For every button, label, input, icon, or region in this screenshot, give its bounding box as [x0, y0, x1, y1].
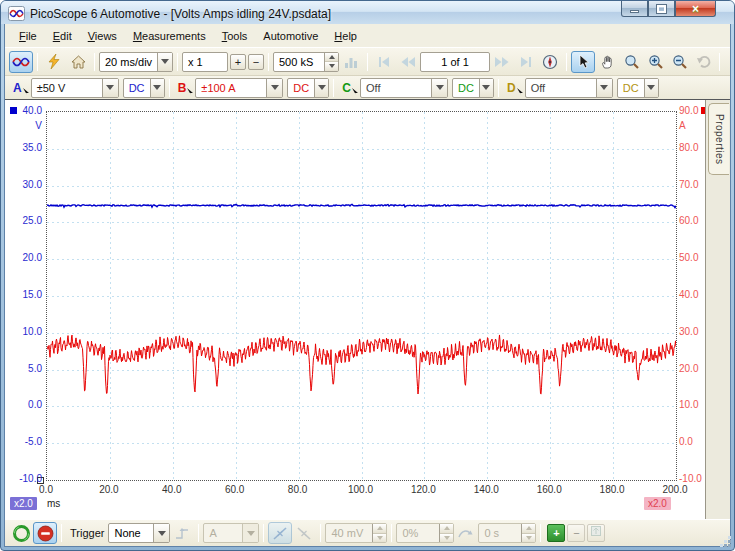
trigger-delay-spinner: 0 s — [478, 523, 536, 543]
y-right-tick: 60.0 — [679, 214, 705, 227]
trigger-threshold-spinner: 40 mV — [325, 523, 387, 543]
cursor-tool-button[interactable] — [571, 51, 595, 73]
chevron-down-icon[interactable] — [479, 79, 493, 97]
right-axis-zoom-badge[interactable]: x2.0 — [644, 497, 671, 510]
y-left-tick: 25.0 — [5, 214, 42, 227]
menu-measurements[interactable]: Measurements — [125, 27, 214, 45]
close-button[interactable]: × — [675, 1, 716, 17]
menu-bar: FileEditViewsMeasurementsToolsAutomotive… — [5, 24, 730, 48]
channel-a-menu[interactable]: A — [13, 81, 29, 95]
connect-device-button[interactable] — [42, 51, 66, 73]
zoom-in-button[interactable] — [643, 51, 667, 73]
trigger-marker-button — [170, 522, 194, 544]
buffer-position-field[interactable]: 1 of 1 — [420, 52, 490, 72]
stop-button[interactable] — [33, 522, 57, 544]
channel-toolbar: A ±50 V DC B ±100 A DC — [5, 76, 730, 100]
chevron-down-icon[interactable] — [596, 79, 612, 97]
buffer-first-icon — [377, 56, 391, 68]
home-button[interactable] — [66, 51, 90, 73]
channel-c-range: Off — [361, 79, 431, 97]
samples-up-button[interactable] — [325, 53, 338, 63]
y-right-tick: 20.0 — [679, 362, 705, 375]
left-axis-zoom-badge[interactable]: x2.0 — [10, 497, 37, 510]
chevron-down-icon — [242, 524, 258, 542]
chevron-down-icon[interactable] — [153, 524, 169, 542]
zoom-out-icon — [672, 54, 687, 69]
channel-a-coupling-select[interactable]: DC — [123, 78, 165, 98]
timebase-select[interactable]: 20 ms/div — [99, 52, 173, 72]
go-icon — [13, 525, 30, 542]
cursor-arrow-icon — [517, 88, 523, 95]
zoom-overview-button[interactable] — [724, 51, 731, 73]
channel-b-menu[interactable]: B — [178, 81, 194, 95]
zoom-factor-plus-button[interactable]: + — [230, 54, 246, 70]
x-tick: 80.0 — [276, 483, 320, 496]
x-tick: 200.0 — [653, 483, 697, 496]
add-view-button[interactable]: + — [547, 524, 565, 542]
y-left-tick: 5.0 — [5, 362, 42, 375]
channel-c-coupling-select[interactable]: DC — [452, 78, 494, 98]
zoom-out-button[interactable] — [667, 51, 691, 73]
samples-spinner[interactable]: 500 kS — [273, 52, 339, 72]
cursor-arrow-icon — [187, 88, 193, 95]
x-tick: 120.0 — [401, 483, 445, 496]
menu-help[interactable]: Help — [326, 27, 365, 45]
scope-view-button[interactable] — [9, 51, 33, 73]
channel-b-coupling: DC — [288, 79, 314, 97]
y-left-tick: 15.0 — [5, 288, 42, 301]
channel-d-coupling-select[interactable]: DC — [617, 78, 659, 98]
title-bar[interactable]: PicoScope 6 Automotive - [Volts Amps idl… — [1, 1, 734, 24]
channel-b-range-select[interactable]: ±100 A — [195, 78, 283, 98]
y-left-tick: 20.0 — [5, 251, 42, 264]
channel-d-menu[interactable]: D — [507, 81, 523, 95]
chart-area: V A ms x2.0 x2.0 40.035.030.025.020.015.… — [5, 100, 705, 519]
y-left-tick: 35.0 — [5, 141, 42, 154]
zoom-in-icon — [648, 54, 663, 69]
x-tick: 140.0 — [464, 483, 508, 496]
trigger-mode-select[interactable]: None — [108, 523, 170, 543]
zoom-marquee-button[interactable] — [619, 51, 643, 73]
chevron-down-icon[interactable] — [314, 79, 328, 97]
properties-strip: Properties — [705, 100, 730, 519]
app-window: PicoScope 6 Automotive - [Volts Amps idl… — [0, 0, 735, 551]
chevron-down-icon[interactable] — [102, 79, 118, 97]
hand-tool-button[interactable] — [595, 51, 619, 73]
tab-properties[interactable]: Properties — [708, 103, 729, 175]
minimize-button[interactable] — [621, 1, 648, 17]
menu-automotive[interactable]: Automotive — [255, 27, 326, 45]
menu-file[interactable]: File — [11, 27, 45, 45]
trigger-delay-value: 0 s — [479, 524, 521, 542]
window-title: PicoScope 6 Automotive - [Volts Amps idl… — [30, 7, 331, 21]
buffer-position-value: 1 of 1 — [421, 53, 489, 71]
channel-a-range-select[interactable]: ±50 V — [31, 78, 119, 98]
maximize-button[interactable] — [648, 1, 675, 17]
chevron-down-icon[interactable] — [157, 53, 172, 71]
chevron-down-icon[interactable] — [150, 79, 164, 97]
channel-c-menu[interactable]: C — [342, 81, 358, 95]
channel-c-label: C — [342, 81, 351, 95]
channel-b-coupling-select[interactable]: DC — [287, 78, 329, 98]
zoom-factor-minus-button[interactable]: − — [248, 54, 264, 70]
samples-down-button[interactable] — [325, 62, 338, 71]
buffer-overview-button[interactable] — [538, 51, 562, 73]
waveform-canvas[interactable] — [46, 111, 677, 481]
y-right-tick: 90.0 — [679, 104, 705, 117]
channel-c-range-select[interactable]: Off — [360, 78, 448, 98]
trigger-source-select: A — [203, 523, 259, 543]
y-left-tick: 0.0 — [5, 398, 42, 411]
buffer-next-button — [490, 51, 514, 73]
zoom-undo-button — [691, 51, 715, 73]
channel-b-range: ±100 A — [196, 79, 266, 97]
go-button[interactable] — [9, 522, 33, 544]
resize-grip[interactable] — [728, 544, 731, 547]
menu-views[interactable]: Views — [80, 27, 125, 45]
chevron-down-icon[interactable] — [266, 79, 282, 97]
post-trigger-button — [454, 522, 478, 544]
chevron-down-icon[interactable] — [431, 79, 447, 97]
chevron-down-icon[interactable] — [644, 79, 658, 97]
menu-tools[interactable]: Tools — [214, 27, 256, 45]
menu-edit[interactable]: Edit — [45, 27, 80, 45]
zoom-factor-field[interactable]: x 1 — [182, 52, 228, 72]
timebase-value: 20 ms/div — [100, 53, 157, 71]
channel-d-range-select[interactable]: Off — [525, 78, 613, 98]
